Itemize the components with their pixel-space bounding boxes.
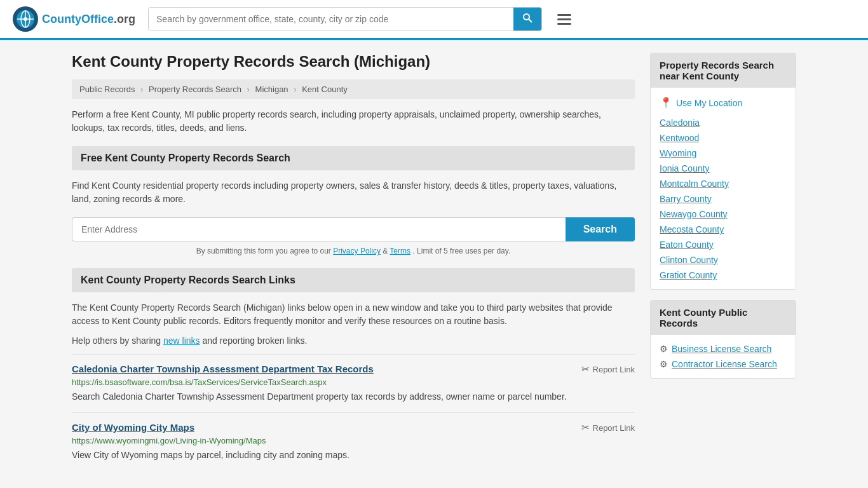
breadcrumb-public-records[interactable]: Public Records <box>79 85 135 94</box>
record-link-header-2: City of Wyoming City Maps ✂ Report Link <box>72 422 635 433</box>
logo-icon <box>13 6 38 32</box>
sidebar-link-caledonia[interactable]: Caledonia <box>660 115 787 130</box>
nearby-header: Property Records Search near Kent County <box>651 53 796 88</box>
hamburger-line-3 <box>557 23 571 25</box>
report-link-label-1: Report Link <box>593 365 635 374</box>
address-search-box: Search By submitting this form you agree… <box>72 217 635 255</box>
breadcrumb-kent-county[interactable]: Kent County <box>302 85 348 94</box>
record-link-title-1[interactable]: Caledonia Charter Township Assessment De… <box>72 363 374 374</box>
location-pin-icon: 📍 <box>660 97 672 109</box>
record-url-1: https://is.bsasoftware.com/bsa.is/TaxSer… <box>72 377 635 387</box>
site-header: CountyOffice.org <box>0 0 868 40</box>
new-links-link[interactable]: new links <box>163 336 200 346</box>
sidebar-link-eaton-county[interactable]: Eaton County <box>660 237 787 252</box>
search-icon <box>522 13 532 23</box>
terms-link[interactable]: Terms <box>390 247 410 255</box>
links-description-1: The Kent County Property Records Search … <box>72 301 635 328</box>
public-records-header: Kent County Public Records <box>651 301 796 335</box>
links-description-2: Help others by sharing new links and rep… <box>72 334 635 348</box>
record-desc-1: Search Caledonia Charter Township Assess… <box>72 390 635 403</box>
nearby-box: Property Records Search near Kent County… <box>650 53 796 290</box>
hamburger-line-1 <box>557 14 571 16</box>
sidebar-link-barry-county[interactable]: Barry County <box>660 191 787 207</box>
breadcrumb-property-records-search[interactable]: Property Records Search <box>149 85 241 94</box>
sidebar-link-montcalm-county[interactable]: Montcalm County <box>660 176 787 191</box>
public-records-box-body: ⚙ Business License Search ⚙ Contractor L… <box>651 335 796 378</box>
sidebar-link-clinton-county[interactable]: Clinton County <box>660 252 787 268</box>
breadcrumb-sep-1: › <box>140 85 143 94</box>
public-records-link-item-1: ⚙ Business License Search <box>660 341 787 356</box>
record-url-2: https://www.wyomingmi.gov/Living-in-Wyom… <box>72 436 635 445</box>
record-link-item-2: City of Wyoming City Maps ✂ Report Link … <box>72 412 635 471</box>
gear-icon-1: ⚙ <box>660 344 668 354</box>
record-link-header-1: Caledonia Charter Township Assessment De… <box>72 363 635 375</box>
address-form: Search <box>72 217 635 241</box>
hamburger-line-2 <box>557 18 571 20</box>
report-link-button-2[interactable]: ✂ Report Link <box>581 422 635 433</box>
use-my-location-button[interactable]: 📍 Use My Location <box>660 94 742 111</box>
use-my-location-label: Use My Location <box>676 98 742 108</box>
logo-text: CountyOffice.org <box>42 13 135 26</box>
svg-point-6 <box>524 14 529 20</box>
global-search-bar <box>148 7 542 31</box>
report-link-button-1[interactable]: ✂ Report Link <box>581 363 635 375</box>
gear-icon-2: ⚙ <box>660 359 668 369</box>
page-title: Kent County Property Records Search (Mic… <box>72 53 635 71</box>
contractor-license-search-link[interactable]: Contractor License Search <box>672 359 777 369</box>
sidebar-link-kentwood[interactable]: Kentwood <box>660 130 787 146</box>
hamburger-menu-button[interactable] <box>555 11 574 27</box>
svg-line-7 <box>529 19 532 22</box>
public-records-box: Kent County Public Records ⚙ Business Li… <box>650 300 796 379</box>
page-description: Perform a free Kent County, MI public pr… <box>72 108 635 135</box>
logo-suffix: .org <box>114 13 135 25</box>
site-logo[interactable]: CountyOffice.org <box>13 6 135 32</box>
sidebar-link-ionia-county[interactable]: Ionia County <box>660 161 787 176</box>
svg-point-5 <box>24 17 27 21</box>
sidebar-link-gratiot-county[interactable]: Gratiot County <box>660 268 787 283</box>
free-search-header: Free Kent County Property Records Search <box>72 146 635 170</box>
business-license-search-link[interactable]: Business License Search <box>672 344 771 354</box>
report-link-label-2: Report Link <box>593 423 635 433</box>
logo-name: CountyOffice <box>42 13 114 25</box>
free-search-description: Find Kent County residential property re… <box>72 179 635 206</box>
public-records-link-item-2: ⚙ Contractor License Search <box>660 356 787 372</box>
sidebar-link-newaygo-county[interactable]: Newaygo County <box>660 207 787 222</box>
address-input[interactable] <box>72 217 566 241</box>
form-note-prefix: By submitting this form you agree to our <box>196 247 331 255</box>
sidebar-link-mecosta-county[interactable]: Mecosta County <box>660 222 787 237</box>
links-section: Kent County Property Records Search Link… <box>72 268 635 471</box>
form-note: By submitting this form you agree to our… <box>72 247 635 255</box>
breadcrumb-sep-3: › <box>294 85 296 94</box>
sidebar-link-wyoming[interactable]: Wyoming <box>660 146 787 161</box>
breadcrumb-michigan[interactable]: Michigan <box>255 85 288 94</box>
record-link-title-2[interactable]: City of Wyoming City Maps <box>72 422 194 433</box>
links-description-2-prefix: Help others by sharing <box>72 336 161 346</box>
report-icon-2: ✂ <box>581 422 590 433</box>
form-note-and: & <box>383 247 390 255</box>
breadcrumb-sep-2: › <box>247 85 250 94</box>
main-content: Kent County Property Records Search (Mic… <box>72 53 635 471</box>
breadcrumb: Public Records › Property Records Search… <box>72 79 635 99</box>
global-search-input[interactable] <box>149 8 513 30</box>
page-container: Kent County Property Records Search (Mic… <box>59 40 809 484</box>
global-search-button[interactable] <box>513 8 541 30</box>
privacy-policy-link[interactable]: Privacy Policy <box>333 247 381 255</box>
search-button[interactable]: Search <box>566 217 635 241</box>
record-desc-2: View City of Wyoming maps by parcel, inc… <box>72 449 635 462</box>
sidebar: Property Records Search near Kent County… <box>650 53 796 471</box>
links-section-header: Kent County Property Records Search Link… <box>72 268 635 292</box>
report-icon-1: ✂ <box>581 363 590 375</box>
form-note-suffix: . Limit of 5 free uses per day. <box>412 247 510 255</box>
record-link-item-1: Caledonia Charter Township Assessment De… <box>72 354 635 412</box>
links-description-2-suffix2: and reporting broken links. <box>202 336 307 346</box>
nearby-box-body: 📍 Use My Location Caledonia Kentwood Wyo… <box>651 88 796 289</box>
